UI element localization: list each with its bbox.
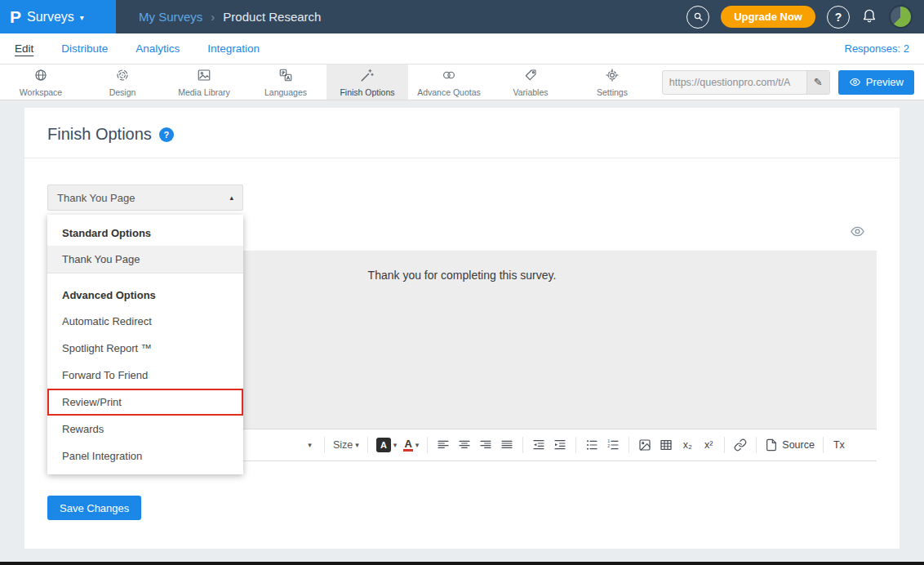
survey-url-box: ✎: [662, 70, 830, 95]
eye-icon: [850, 224, 865, 239]
save-changes-button[interactable]: Save Changes: [47, 496, 141, 520]
toolbar-separator: [367, 437, 368, 453]
ribbon-item-label: Variables: [513, 87, 549, 97]
title-help-icon[interactable]: ?: [159, 127, 174, 142]
edit-url-button[interactable]: ✎: [806, 71, 829, 94]
menu-item-rewards[interactable]: Rewards: [47, 416, 243, 443]
menu-item-automatic-redirect[interactable]: Automatic Redirect: [47, 308, 243, 335]
chevron-down-icon: ▾: [393, 441, 398, 449]
bell-icon: [861, 7, 877, 24]
section-nav: Edit Distribute Analytics Integration Re…: [0, 33, 924, 65]
bullet-list-icon: [585, 438, 598, 452]
source-button[interactable]: Source: [762, 434, 817, 456]
finish-options-card: Finish Options ? Thank You Page ▴ Thank …: [24, 108, 900, 549]
subscript-button[interactable]: x₂: [677, 434, 697, 456]
menu-group-header: Standard Options: [47, 220, 243, 246]
questionpro-logo-icon: P: [10, 7, 21, 27]
align-justify-button[interactable]: [497, 434, 517, 456]
toolbar-separator: [324, 437, 325, 453]
breadcrumb-my-surveys[interactable]: My Surveys: [139, 10, 202, 24]
tab-integration[interactable]: Integration: [207, 42, 260, 55]
card-body: Thank You Page ▴ Thank you for completin…: [24, 158, 900, 520]
menu-item-review-print[interactable]: Review/Print: [47, 389, 243, 416]
decrease-indent-icon: [532, 438, 545, 452]
ribbon-item-label: Languages: [264, 87, 307, 97]
insert-table-button[interactable]: [656, 434, 676, 456]
surveys-product-menu[interactable]: P Surveys ▾: [0, 0, 116, 33]
increase-indent-button[interactable]: [550, 434, 570, 456]
toolbar-separator: [575, 437, 576, 453]
ribbon-item-label: Finish Options: [340, 87, 394, 97]
bullet-list-button[interactable]: [582, 434, 602, 456]
tab-distribute[interactable]: Distribute: [61, 42, 108, 55]
background-color-icon: A: [376, 438, 391, 452]
numbered-list-button[interactable]: 12: [603, 434, 623, 456]
decrease-indent-button[interactable]: [529, 434, 549, 456]
insert-link-button[interactable]: [731, 434, 750, 456]
remove-format-icon: Tx: [833, 439, 845, 451]
font-dropdown-button[interactable]: ▾: [299, 434, 318, 456]
ribbon-item-media-library[interactable]: Media Library: [163, 65, 245, 100]
editor-preview-eye-button[interactable]: [850, 224, 865, 242]
notifications-button[interactable]: [861, 7, 877, 27]
numbered-list-icon: 12: [606, 438, 620, 452]
search-icon: [692, 11, 704, 23]
menu-item-spotlight-report[interactable]: Spotlight Report ™: [47, 335, 243, 362]
finish-option-dropdown-menu: Standard Options Thank You Page Advanced…: [47, 215, 243, 474]
eye-icon: [849, 76, 861, 88]
preview-button[interactable]: Preview: [838, 70, 914, 95]
breadcrumb-current: Product Research: [223, 10, 321, 24]
text-color-button[interactable]: A▾: [401, 434, 421, 456]
pencil-icon: ✎: [814, 76, 823, 88]
finish-option-select[interactable]: Thank You Page ▴: [47, 185, 243, 211]
menu-item-thank-you-page[interactable]: Thank You Page: [47, 246, 243, 274]
media-library-icon: [197, 68, 211, 86]
ribbon-item-design[interactable]: Design: [82, 65, 163, 100]
size-label: Size: [333, 439, 353, 451]
image-icon: [638, 438, 651, 452]
tab-analytics[interactable]: Analytics: [135, 42, 180, 55]
tab-edit[interactable]: Edit: [15, 42, 33, 55]
source-label: Source: [782, 439, 815, 451]
ribbon-item-languages[interactable]: Languages: [245, 65, 327, 100]
background-color-button[interactable]: A▾: [374, 434, 400, 456]
toolbar-separator: [427, 437, 428, 453]
upgrade-now-button[interactable]: Upgrade Now: [721, 6, 815, 28]
menu-item-panel-integration[interactable]: Panel Integration: [47, 443, 243, 469]
text-color-icon: A: [403, 438, 412, 452]
advance-quotas-icon: [442, 68, 456, 86]
page-background: Finish Options ? Thank You Page ▴ Thank …: [0, 100, 924, 549]
align-left-button[interactable]: [433, 434, 453, 456]
ribbon-item-advance-quotas[interactable]: Advance Quotas: [408, 65, 490, 100]
page-title: Finish Options: [47, 125, 152, 144]
chevron-down-icon: ▾: [355, 441, 359, 449]
ribbon-right-actions: ✎ Preview: [662, 65, 924, 100]
ribbon-item-variables[interactable]: Variables: [490, 65, 571, 100]
responses-count[interactable]: Responses: 2: [845, 42, 910, 55]
ribbon-item-workspace[interactable]: Workspace: [0, 65, 82, 100]
ribbon-item-finish-options[interactable]: Finish Options: [327, 65, 408, 100]
remove-format-button[interactable]: Tx: [829, 434, 849, 456]
menu-item-forward-to-friend[interactable]: Forward To Friend: [47, 362, 243, 389]
font-size-dropdown[interactable]: Size▾: [331, 434, 362, 456]
superscript-button[interactable]: x²: [699, 434, 718, 456]
survey-url-input[interactable]: [663, 77, 806, 88]
window-bottom-edge: [0, 562, 924, 565]
increase-indent-icon: [553, 438, 566, 452]
ribbon-item-settings[interactable]: Settings: [571, 65, 653, 100]
card-title-row: Finish Options ?: [24, 108, 900, 158]
finish-options-wand-icon: [360, 68, 375, 86]
insert-image-button[interactable]: [635, 434, 655, 456]
align-right-button[interactable]: [476, 434, 495, 456]
search-button[interactable]: [686, 6, 709, 29]
help-button[interactable]: ?: [827, 6, 850, 29]
edit-ribbon: Workspace Design Media Library Languages…: [0, 65, 924, 100]
ribbon-item-label: Design: [109, 87, 136, 97]
account-avatar[interactable]: [889, 5, 913, 29]
align-right-icon: [479, 438, 492, 452]
align-center-icon: [458, 438, 471, 452]
align-center-button[interactable]: [455, 434, 474, 456]
variables-tag-icon: [523, 68, 538, 86]
toolbar-separator: [522, 437, 523, 453]
toolbar-separator: [823, 437, 824, 453]
